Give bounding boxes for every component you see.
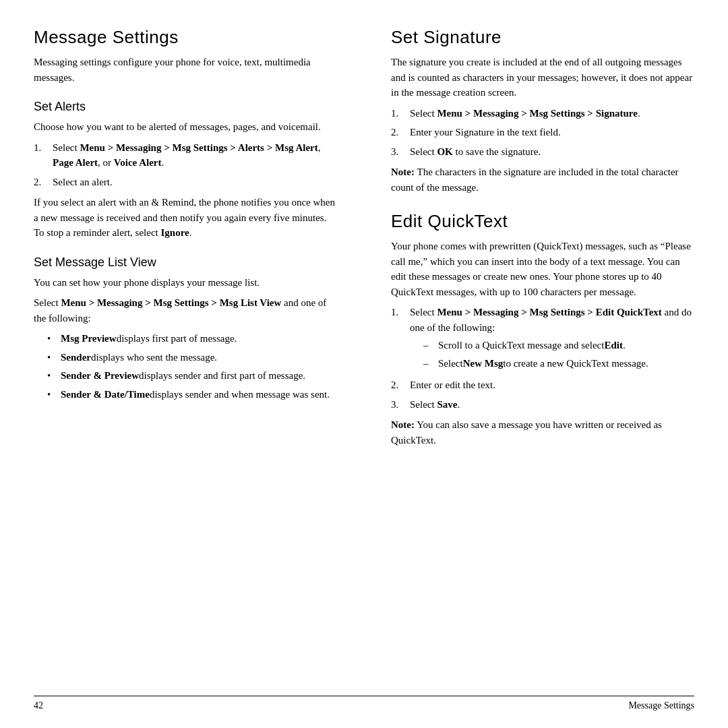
footer-title: Message Settings (628, 700, 694, 711)
sub-list-item: Select New Msg to create a new QuickText… (423, 356, 694, 371)
step-bold3: Voice Alert (114, 157, 162, 168)
edit-quicktext-description: Your phone comes with prewritten (QuickT… (391, 239, 694, 299)
step-number: 2. (391, 377, 410, 393)
quicktext-note: Note: You can also save a message you ha… (391, 417, 694, 448)
msg-list-bullets: Msg Preview displays first part of messa… (47, 331, 337, 402)
page-container: Message Settings Messaging settings conf… (0, 0, 728, 728)
step-text-before: Select (410, 146, 437, 157)
step-content: Select OK to save the signature. (410, 144, 694, 160)
note-bold: Note: (391, 166, 415, 177)
step-bold2: Page Alert (53, 157, 98, 168)
sub-text-after: to create a new QuickText message. (503, 356, 648, 371)
bullet-bold: Sender & Preview (61, 368, 139, 384)
step-content: Select Menu > Messaging > Msg Settings >… (53, 140, 337, 171)
right-column: Set Signature The signature you create i… (377, 27, 694, 701)
set-signature-description: The signature you create is included at … (391, 55, 694, 100)
step-text-mid: , (318, 142, 321, 153)
step-list-item: 3. Select Save. (391, 397, 694, 413)
step-bold: Save (437, 399, 457, 410)
bullet-text: displays sender and when message was sen… (150, 387, 330, 402)
step-text-end: . (161, 157, 164, 168)
step-text-before: Select (53, 142, 80, 153)
sub-text-end: . (623, 338, 626, 353)
step-list-item: 2. Enter your Signature in the text fiel… (391, 125, 694, 140)
select-instruction: Select Menu > Messaging > Msg Settings >… (34, 295, 337, 326)
bullet-item: Msg Preview displays first part of messa… (47, 331, 337, 346)
bullet-bold: Msg Preview (61, 331, 117, 346)
select-bold: Menu > Messaging > Msg Settings > Msg Li… (61, 297, 281, 308)
bullet-text: displays sender and first part of messag… (139, 368, 305, 384)
page-footer: 42 Message Settings (34, 696, 694, 711)
step-text-before: Select (410, 307, 437, 317)
edit-quicktext-steps: 1. Select Menu > Messaging > Msg Setting… (391, 305, 694, 412)
set-signature-steps: 1. Select Menu > Messaging > Msg Setting… (391, 106, 694, 160)
set-msg-list-description: You can set how your phone displays your… (34, 275, 337, 291)
step-number: 1. (391, 106, 410, 121)
step-number: 3. (391, 144, 410, 160)
step-number: 1. (34, 140, 53, 156)
step-content: Enter or edit the text. (410, 377, 694, 393)
step-list-item: 1. Select Menu > Messaging > Msg Setting… (34, 140, 337, 171)
edit-quicktext-heading: Edit QuickText (391, 211, 694, 232)
bullet-bold: Sender & Date/Time (61, 387, 150, 402)
note-bold: Note: (391, 419, 415, 430)
step-content: Select Menu > Messaging > Msg Settings >… (410, 305, 694, 373)
set-alerts-description: Choose how you want to be alerted of mes… (34, 119, 337, 135)
period: . (189, 227, 192, 238)
sub-text-before: Select (438, 356, 463, 371)
bullet-text: displays first part of message. (117, 331, 237, 346)
footer-page-number: 42 (34, 700, 43, 711)
step-number: 2. (391, 125, 410, 140)
select-text-before: Select (34, 297, 61, 308)
step-text-end: . (638, 108, 640, 119)
step-number: 1. (391, 305, 410, 320)
left-column: Message Settings Messaging settings conf… (34, 27, 351, 701)
set-alerts-heading: Set Alerts (34, 100, 337, 114)
ignore-bold: Ignore (160, 227, 189, 238)
step-bold: Menu > Messaging > Msg Settings > Edit Q… (437, 307, 661, 317)
set-alerts-steps: 1. Select Menu > Messaging > Msg Setting… (34, 140, 337, 190)
step-list-item: 1. Select Menu > Messaging > Msg Setting… (391, 305, 694, 373)
step-text-or: , or (98, 157, 114, 168)
reminder-note: If you select an alert with an & Remind,… (34, 195, 337, 241)
step-text-end: . (457, 399, 460, 410)
step-list-item: 2. Enter or edit the text. (391, 377, 694, 393)
set-signature-heading: Set Signature (391, 27, 694, 48)
main-title: Message Settings (34, 27, 337, 48)
note-text: You can also save a message you have wri… (391, 419, 662, 446)
step-content: Select Menu > Messaging > Msg Settings >… (410, 106, 694, 121)
step-content: Select an alert. (53, 175, 337, 190)
step-content: Select Save. (410, 397, 694, 413)
step-text-end: to save the signature. (453, 146, 541, 157)
bullet-text: displays who sent the message. (91, 350, 217, 365)
step-bold1: Menu > Messaging > Msg Settings > Alerts… (80, 142, 317, 153)
step-number: 3. (391, 397, 410, 413)
sub-list-item: Scroll to a QuickText message and select… (423, 338, 694, 353)
step-bold: Menu > Messaging > Msg Settings > Signat… (437, 108, 637, 119)
step-number: 2. (34, 175, 53, 190)
step-list-item: 2. Select an alert. (34, 175, 337, 190)
intro-text: Messaging settings configure your phone … (34, 55, 337, 85)
step-content: Enter your Signature in the text field. (410, 125, 694, 140)
step-list-item: 1. Select Menu > Messaging > Msg Setting… (391, 106, 694, 121)
step-text-before: Select (410, 108, 437, 119)
set-msg-list-heading: Set Message List View (34, 255, 337, 270)
note-text: The characters in the signature are incl… (391, 166, 679, 193)
step-bold: OK (437, 146, 452, 157)
sub-bold: New Msg (463, 356, 504, 371)
step-text-before: Select (410, 399, 437, 410)
bullet-item: Sender & Preview displays sender and fir… (47, 368, 337, 384)
bullet-bold: Sender (61, 350, 91, 365)
quicktext-sub-list: Scroll to a QuickText message and select… (423, 338, 694, 371)
signature-note: Note: The characters in the signature ar… (391, 164, 694, 195)
sub-text-before: Scroll to a QuickText message and select (438, 338, 604, 353)
sub-bold: Edit (604, 338, 623, 353)
step-list-item: 3. Select OK to save the signature. (391, 144, 694, 160)
bullet-item: Sender & Date/Time displays sender and w… (47, 387, 337, 402)
bullet-item: Sender displays who sent the message. (47, 350, 337, 365)
